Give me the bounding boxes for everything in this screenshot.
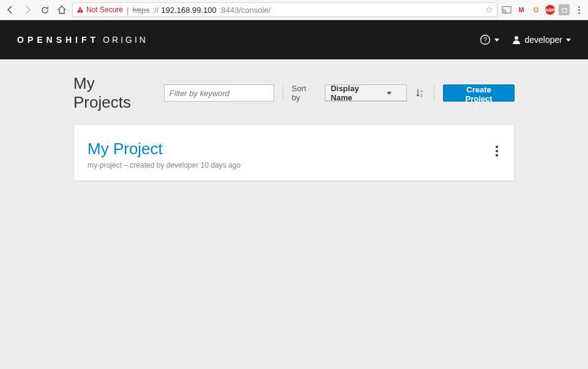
svg-text:Z: Z: [420, 94, 423, 97]
address-bar[interactable]: Not Secure | https://192.168.99.100:8443…: [72, 2, 497, 17]
divider: [434, 84, 434, 102]
browser-chrome: Not Secure | https://192.168.99.100:8443…: [0, 0, 588, 20]
user-icon: [512, 35, 521, 45]
chevron-down-icon: [494, 39, 499, 42]
url-scheme: https: [132, 6, 149, 15]
opera-icon[interactable]: O: [530, 4, 541, 15]
create-project-button[interactable]: Create Project: [443, 84, 515, 102]
project-title[interactable]: My Project: [87, 140, 240, 158]
svg-text:A: A: [420, 89, 423, 93]
card-actions: [493, 140, 501, 159]
not-secure-label: Not Secure: [86, 6, 123, 14]
back-button[interactable]: [4, 3, 17, 17]
separator: |: [127, 6, 128, 15]
help-icon: ?: [480, 34, 491, 45]
toolbar: My Projects Sort by Display Name A Z Cre…: [73, 74, 515, 112]
page-title: My Projects: [73, 74, 155, 112]
extension-icon[interactable]: ◻: [559, 4, 570, 15]
svg-rect-0: [80, 9, 80, 11]
not-secure-badge: Not Secure: [76, 6, 123, 14]
header-right: ? developer: [480, 34, 571, 45]
svg-rect-1: [80, 11, 80, 12]
project-meta: my-project – created by developer 10 day…: [87, 161, 240, 170]
main-content: My Projects Sort by Display Name A Z Cre…: [0, 59, 588, 181]
browser-menu-icon[interactable]: [573, 4, 584, 15]
cast-icon[interactable]: [501, 4, 512, 15]
sort-select[interactable]: Display Name: [325, 84, 407, 102]
user-menu[interactable]: developer: [512, 35, 571, 45]
filter-input[interactable]: [164, 84, 274, 102]
chevron-down-icon: [566, 39, 571, 42]
chevron-down-icon: [387, 92, 392, 95]
sort-icon: A Z: [415, 88, 425, 98]
address-actions: ☆: [485, 4, 493, 15]
abp-icon[interactable]: ABP: [545, 5, 555, 15]
project-info: My Project my-project – created by devel…: [87, 140, 240, 170]
url-path: :8443/console/: [219, 6, 271, 15]
gmail-icon[interactable]: M: [516, 4, 527, 15]
svg-text:?: ?: [483, 37, 487, 43]
sort-value: Display Name: [330, 84, 382, 102]
reload-button[interactable]: [38, 3, 51, 17]
sort-direction-toggle[interactable]: A Z: [415, 88, 425, 98]
sort-label: Sort by: [292, 84, 317, 102]
svg-point-5: [515, 36, 518, 40]
forward-button[interactable]: [21, 3, 34, 17]
divider: [283, 84, 283, 102]
brand-primary: OPENSHIFT: [17, 35, 99, 45]
star-icon[interactable]: ☆: [485, 4, 493, 15]
url-host: 192.168.99.100: [161, 6, 216, 15]
brand-secondary: ORIGIN: [103, 35, 148, 45]
warning-icon: [76, 6, 84, 13]
project-card[interactable]: My Project my-project – created by devel…: [73, 124, 515, 181]
home-button[interactable]: [55, 3, 69, 17]
kebab-menu-icon[interactable]: [493, 143, 501, 159]
app-header: OPENSHIFT ORIGIN ? developer: [0, 20, 588, 59]
username-label: developer: [525, 35, 563, 45]
help-button[interactable]: ?: [480, 34, 499, 45]
